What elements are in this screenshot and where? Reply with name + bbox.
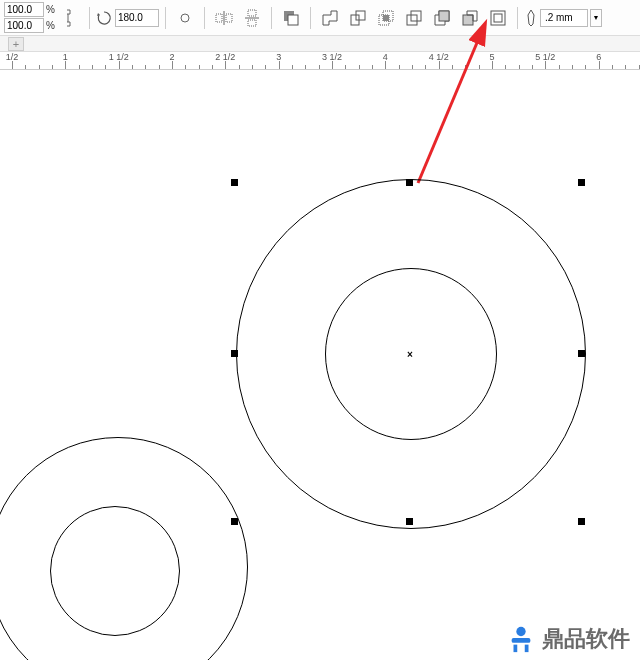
simplify-icon[interactable]	[401, 5, 427, 31]
svg-point-15	[516, 627, 525, 636]
divider	[204, 7, 205, 29]
svg-rect-8	[407, 15, 417, 25]
watermark: 鼎品软件	[506, 624, 630, 654]
ruler-label: 6	[596, 52, 601, 62]
ruler-label: 1/2	[6, 52, 19, 62]
selection-handle[interactable]	[231, 518, 238, 525]
selection-center-mark: ×	[407, 349, 413, 360]
selection-handle[interactable]	[406, 518, 413, 525]
ruler-label: 1 1/2	[109, 52, 129, 62]
ruler-label: 2 1/2	[215, 52, 235, 62]
rotation-input[interactable]	[115, 9, 159, 27]
ruler-label: 5 1/2	[535, 52, 555, 62]
trim-icon[interactable]	[345, 5, 371, 31]
horizontal-ruler: 1/211 1/222 1/233 1/244 1/255 1/26	[0, 52, 640, 70]
selection-handle[interactable]	[578, 350, 585, 357]
boundary-icon[interactable]	[485, 5, 511, 31]
svg-rect-16	[512, 638, 531, 643]
svg-rect-18	[525, 645, 529, 653]
canvas-circle[interactable]	[50, 506, 180, 636]
svg-rect-17	[514, 645, 518, 653]
scale-fields: % %	[4, 2, 55, 33]
ruler-label: 5	[489, 52, 494, 62]
outline-dropdown[interactable]: ▼	[590, 9, 602, 27]
ruler-label: 1	[63, 52, 68, 62]
ruler-label: 3	[276, 52, 281, 62]
watermark-logo-icon	[506, 624, 536, 654]
selection-handle[interactable]	[578, 518, 585, 525]
pen-icon	[524, 9, 538, 27]
property-toolbar: % %	[0, 0, 640, 36]
lock-ratio-icon[interactable]	[57, 5, 83, 31]
divider	[89, 7, 90, 29]
rotation-field	[96, 9, 159, 27]
svg-rect-7	[383, 15, 389, 21]
scale-unit: %	[46, 4, 55, 15]
selection-handle[interactable]	[231, 350, 238, 357]
ruler-label: 3 1/2	[322, 52, 342, 62]
circle-marker-icon[interactable]	[172, 5, 198, 31]
svg-rect-13	[494, 14, 502, 22]
divider	[165, 7, 166, 29]
ruler-label: 4 1/2	[429, 52, 449, 62]
svg-rect-12	[491, 11, 505, 25]
mirror-vertical-icon[interactable]	[239, 5, 265, 31]
selection-handle[interactable]	[578, 179, 585, 186]
svg-rect-9	[411, 11, 421, 21]
scale-y-input[interactable]	[4, 18, 44, 33]
watermark-text: 鼎品软件	[542, 624, 630, 654]
scale-x-input[interactable]	[4, 2, 44, 17]
selection-handle[interactable]	[231, 179, 238, 186]
scale-unit: %	[46, 20, 55, 31]
ruler-label: 4	[383, 52, 388, 62]
order-icon[interactable]	[278, 5, 304, 31]
intersect-icon[interactable]	[373, 5, 399, 31]
add-tab-button[interactable]: +	[8, 37, 24, 51]
ruler-label: 2	[169, 52, 174, 62]
mirror-horizontal-icon[interactable]	[211, 5, 237, 31]
divider	[310, 7, 311, 29]
svg-rect-10	[439, 11, 449, 21]
svg-point-0	[181, 14, 189, 22]
weld-icon[interactable]	[317, 5, 343, 31]
back-minus-front-icon[interactable]	[457, 5, 483, 31]
canvas-area[interactable]: ×	[0, 70, 640, 660]
rotate-icon	[96, 10, 112, 26]
selection-handle[interactable]	[406, 179, 413, 186]
divider	[271, 7, 272, 29]
svg-rect-11	[463, 15, 473, 25]
outline-width-input[interactable]	[540, 9, 588, 27]
divider	[517, 7, 518, 29]
outline-width-field: ▼	[524, 9, 602, 27]
front-minus-back-icon[interactable]	[429, 5, 455, 31]
svg-rect-2	[288, 15, 298, 25]
document-tab-bar: +	[0, 36, 640, 52]
